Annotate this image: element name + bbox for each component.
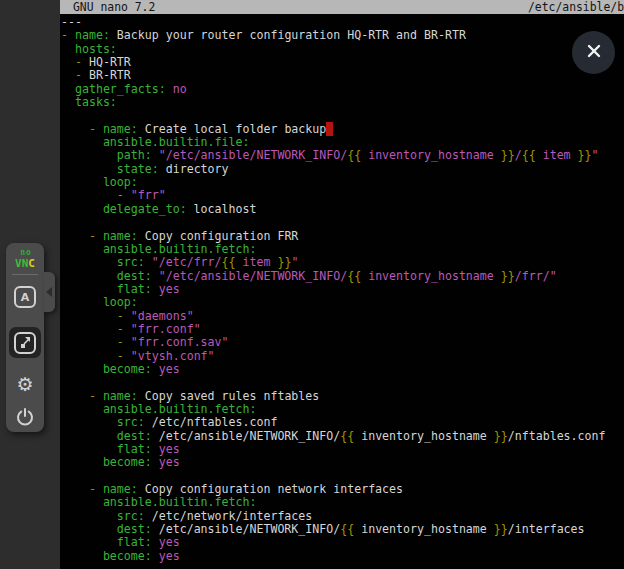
extra-keys-button[interactable]: A — [13, 285, 37, 309]
nano-version-label: GNU nano 7.2 — [60, 0, 155, 14]
editor-line: become: yes — [61, 456, 624, 469]
editor-line: path: "/etc/ansible/NETWORK_INFO/{{ inve… — [61, 149, 624, 162]
editor-line: src: /etc/network/interfaces — [61, 510, 624, 523]
panel-divider — [12, 274, 38, 275]
editor-lines[interactable]: ---- name: Backup your router configurat… — [60, 14, 624, 563]
power-button[interactable] — [13, 406, 37, 430]
editor-line: dest: /etc/ansible/NETWORK_INFO/{{ inven… — [61, 523, 624, 536]
editor-line: src: /etc/nftables.conf — [61, 416, 624, 429]
power-icon — [15, 407, 35, 430]
editor-line — [61, 216, 624, 229]
fullscreen-button[interactable] — [13, 331, 37, 355]
gear-icon: ⚙ — [16, 375, 33, 394]
chevron-left-icon — [46, 287, 52, 297]
editor-line: ansible.builtin.fetch: — [61, 496, 624, 509]
editor-line — [61, 376, 624, 389]
editor-line: - BR-RTR — [61, 69, 624, 82]
editor-line: - name: Backup your router configuration… — [61, 29, 624, 42]
editor-line: delegate_to: localhost — [61, 203, 624, 216]
editor-line — [61, 470, 624, 483]
letter-a-icon: A — [14, 286, 36, 308]
editor-line: - "frr.conf" — [61, 323, 624, 336]
fullscreen-button-active-bg — [9, 327, 41, 358]
editor-line: - "daemons" — [61, 310, 624, 323]
editor-line: tasks: — [61, 96, 624, 109]
fullscreen-icon — [14, 332, 36, 354]
editor-line: become: yes — [61, 550, 624, 563]
vnc-control-panel: no VNC A ⚙ — [6, 243, 44, 432]
editor-line: flat: yes — [61, 283, 624, 296]
editor-line: ansible.builtin.fetch: — [61, 243, 624, 256]
editor-line: src: "/etc/frr/{{ item }}" — [61, 256, 624, 269]
terminal-window[interactable]: GNU nano 7.2 /etc/ansible/b ---- name: B… — [60, 0, 624, 569]
editor-line: ansible.builtin.file: — [61, 136, 624, 149]
editor-line: - name: Copy configuration network inter… — [61, 483, 624, 496]
editor-line: - "vtysh.conf" — [61, 350, 624, 363]
editor-line: - "frr.conf.sav" — [61, 336, 624, 349]
editor-line: flat: yes — [61, 536, 624, 549]
editor-line: - name: Copy configuration FRR — [61, 230, 624, 243]
editor-line: --- — [61, 16, 624, 29]
editor-line: become: yes — [61, 363, 624, 376]
editor-line: - name: Copy saved rules nftables — [61, 390, 624, 403]
nano-titlebar: GNU nano 7.2 /etc/ansible/b — [60, 0, 624, 14]
editor-line: gather_facts: no — [61, 83, 624, 96]
open-file-path: /etc/ansible/b — [528, 0, 624, 14]
editor-line: dest: "/etc/ansible/NETWORK_INFO/{{ inve… — [61, 270, 624, 283]
editor-line: hosts: — [61, 43, 624, 56]
editor-line: loop: — [61, 296, 624, 309]
settings-button[interactable]: ⚙ — [13, 372, 37, 396]
novnc-logo-no: no — [8, 248, 44, 257]
editor-line — [61, 109, 624, 122]
novnc-logo-c: C — [28, 257, 35, 270]
editor-line: flat: yes — [61, 443, 624, 456]
editor-line: loop: — [61, 176, 624, 189]
editor-line: - "frr" — [61, 189, 624, 202]
editor-line: ansible.builtin.fetch: — [61, 403, 624, 416]
novnc-logo: no VNC — [6, 248, 44, 268]
text-cursor — [326, 122, 333, 136]
novnc-logo-vn: VN — [15, 257, 28, 270]
close-button[interactable] — [572, 31, 615, 74]
editor-line: state: directory — [61, 163, 624, 176]
editor-line: dest: /etc/ansible/NETWORK_INFO/{{ inven… — [61, 430, 624, 443]
editor-line: - HQ-RTR — [61, 56, 624, 69]
close-icon — [586, 43, 602, 62]
panel-collapse-handle[interactable] — [44, 272, 55, 312]
editor-line: - name: Create local folder backup — [61, 123, 624, 136]
vnc-screen: GNU nano 7.2 /etc/ansible/b ---- name: B… — [0, 0, 624, 569]
